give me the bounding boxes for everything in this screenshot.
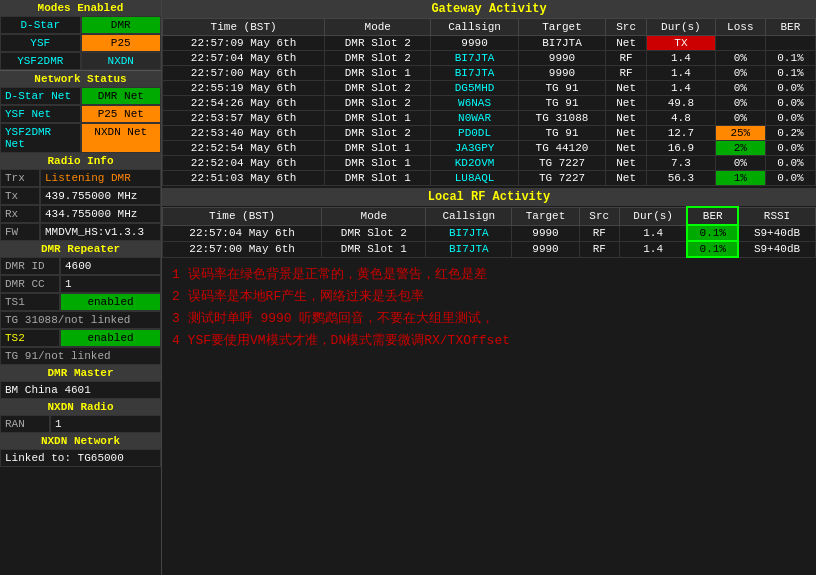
- modes-title: Modes Enabled: [0, 0, 161, 16]
- gw-ber: 0.0%: [765, 171, 815, 186]
- rf-th-rssi: RSSI: [738, 207, 815, 225]
- gw-callsign: BI7JTA: [431, 51, 518, 66]
- gw-src: Net: [606, 141, 647, 156]
- gw-time: 22:57:00 May 6th: [163, 66, 325, 81]
- table-row: 22:53:40 May 6th DMR Slot 2 PD0DL TG 91 …: [163, 126, 816, 141]
- gw-mode: DMR Slot 1: [325, 66, 431, 81]
- gw-ber: 0.0%: [765, 111, 815, 126]
- gw-mode: DMR Slot 1: [325, 171, 431, 186]
- local-rf-table: Time (BST) Mode Callsign Target Src Dur(…: [162, 206, 816, 258]
- ysf-net-label: YSF Net: [0, 105, 81, 123]
- rf-ber: 0.1%: [687, 225, 738, 241]
- radio-grid: Trx Listening DMR Tx 439.755000 MHz Rx 4…: [0, 169, 161, 241]
- gw-loss: 1%: [715, 171, 765, 186]
- rf-rssi: S9+40dB: [738, 241, 815, 257]
- gw-loss: [715, 36, 765, 51]
- gw-mode: DMR Slot 2: [325, 51, 431, 66]
- gw-th-callsign: Callsign: [431, 19, 518, 36]
- table-row: 22:57:00 May 6th DMR Slot 1 BI7JTA 9990 …: [163, 241, 816, 257]
- rf-time: 22:57:04 May 6th: [163, 225, 322, 241]
- gw-time: 22:52:54 May 6th: [163, 141, 325, 156]
- rf-th-src: Src: [579, 207, 619, 225]
- tx-val: 439.755000 MHz: [40, 187, 161, 205]
- tg-ts2-val: TG 91/not linked: [0, 347, 161, 365]
- gw-dur: 16.9: [647, 141, 716, 156]
- note-line-3: 3 测试时单呼 9990 听鹦鹉回音，不要在大组里测试，: [172, 308, 806, 330]
- gw-dur: TX: [647, 36, 716, 51]
- rf-rssi: S9+40dB: [738, 225, 815, 241]
- dmrcc-label: DMR CC: [0, 275, 60, 293]
- rf-dur: 1.4: [619, 241, 687, 257]
- gw-target: TG 91: [518, 81, 605, 96]
- rf-th-target: Target: [512, 207, 580, 225]
- left-panel: Modes Enabled D-Star DMR YSF P25 YSF2DMR…: [0, 0, 162, 575]
- rf-time: 22:57:00 May 6th: [163, 241, 322, 257]
- nxdn-grid: RAN 1: [0, 415, 161, 433]
- gw-target: TG 44120: [518, 141, 605, 156]
- table-row: 22:57:04 May 6th DMR Slot 2 BI7JTA 9990 …: [163, 225, 816, 241]
- gw-loss: 2%: [715, 141, 765, 156]
- gw-callsign: BI7JTA: [431, 66, 518, 81]
- nxdn-label: NXDN: [81, 52, 162, 70]
- gw-src: Net: [606, 96, 647, 111]
- gw-ber: 0.0%: [765, 81, 815, 96]
- dmrcc-val: 1: [60, 275, 161, 293]
- rx-val: 434.755000 MHz: [40, 205, 161, 223]
- table-row: 22:57:09 May 6th DMR Slot 2 9990 BI7JTA …: [163, 36, 816, 51]
- rf-th-mode: Mode: [322, 207, 426, 225]
- table-row: 22:51:03 May 6th DMR Slot 1 LU8AQL TG 72…: [163, 171, 816, 186]
- dmrid-label: DMR ID: [0, 257, 60, 275]
- gateway-table: Time (BST) Mode Callsign Target Src Dur(…: [162, 18, 816, 186]
- table-row: 22:52:54 May 6th DMR Slot 1 JA3GPY TG 44…: [163, 141, 816, 156]
- gw-ber: 0.0%: [765, 96, 815, 111]
- gw-mode: DMR Slot 2: [325, 36, 431, 51]
- gw-th-target: Target: [518, 19, 605, 36]
- table-row: 22:53:57 May 6th DMR Slot 1 N0WAR TG 310…: [163, 111, 816, 126]
- gw-ber: 0.0%: [765, 156, 815, 171]
- gw-target: TG 31088: [518, 111, 605, 126]
- note-line-2: 2 误码率是本地RF产生，网络过来是丢包率: [172, 286, 806, 308]
- gw-time: 22:55:19 May 6th: [163, 81, 325, 96]
- fw-label: FW: [0, 223, 40, 241]
- gw-loss: 0%: [715, 51, 765, 66]
- gw-callsign: KD2OVM: [431, 156, 518, 171]
- gw-dur: 49.8: [647, 96, 716, 111]
- nxdn-linked-val: Linked to: TG65000: [0, 449, 161, 467]
- rf-callsign: BI7JTA: [426, 225, 512, 241]
- rf-src: RF: [579, 241, 619, 257]
- dstar-label: D-Star: [0, 16, 81, 34]
- gw-ber: 0.2%: [765, 126, 815, 141]
- ysf2dmr-net-label: YSF2DMR Net: [0, 123, 81, 153]
- table-row: 22:54:26 May 6th DMR Slot 2 W6NAS TG 91 …: [163, 96, 816, 111]
- dmr-repeater-grid: DMR ID 4600 DMR CC 1 TS1 enabled TG 3108…: [0, 257, 161, 365]
- rf-ber: 0.1%: [687, 241, 738, 257]
- gw-mode: DMR Slot 1: [325, 156, 431, 171]
- gw-th-dur: Dur(s): [647, 19, 716, 36]
- gw-callsign: W6NAS: [431, 96, 518, 111]
- gw-src: RF: [606, 66, 647, 81]
- gw-src: Net: [606, 111, 647, 126]
- gw-target: TG 7227: [518, 171, 605, 186]
- gw-src: RF: [606, 51, 647, 66]
- nxdn-network-grid: Linked to: TG65000: [0, 449, 161, 467]
- rf-th-dur: Dur(s): [619, 207, 687, 225]
- ts2-val: enabled: [60, 329, 161, 347]
- tg-ts1-val: TG 31088/not linked: [0, 311, 161, 329]
- dmr-label: DMR: [81, 16, 162, 34]
- table-row: 22:55:19 May 6th DMR Slot 2 DG5MHD TG 91…: [163, 81, 816, 96]
- gw-loss: 0%: [715, 66, 765, 81]
- rf-th-time: Time (BST): [163, 207, 322, 225]
- p25-net-val: P25 Net: [81, 105, 162, 123]
- gw-target: TG 91: [518, 126, 605, 141]
- gw-ber: [765, 36, 815, 51]
- ysf2dmr-label: YSF2DMR: [0, 52, 81, 70]
- ts1-label: TS1: [0, 293, 60, 311]
- gw-time: 22:53:40 May 6th: [163, 126, 325, 141]
- ts1-val: enabled: [60, 293, 161, 311]
- rf-th-ber: BER: [687, 207, 738, 225]
- gw-mode: DMR Slot 1: [325, 111, 431, 126]
- rf-mode: DMR Slot 1: [322, 241, 426, 257]
- gw-dur: 1.4: [647, 51, 716, 66]
- gw-th-time: Time (BST): [163, 19, 325, 36]
- gw-dur: 7.3: [647, 156, 716, 171]
